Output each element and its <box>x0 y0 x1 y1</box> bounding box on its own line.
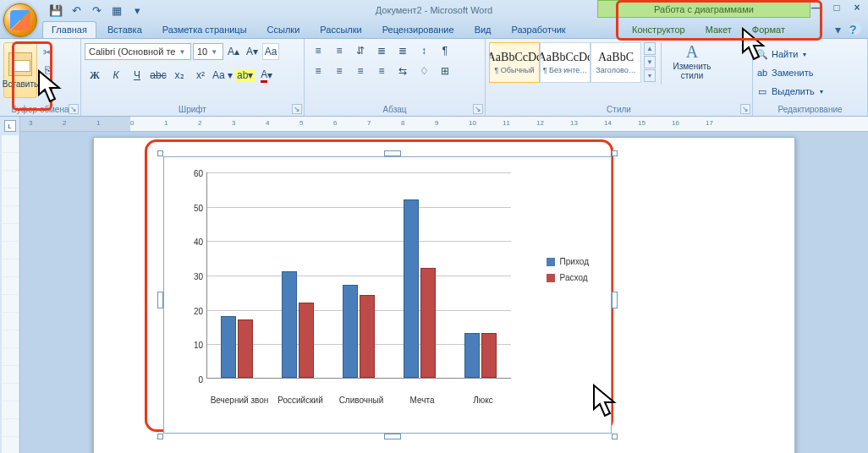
quick-access-toolbar: 💾 ↶ ↷ ▦ ▾ <box>44 0 149 20</box>
underline-button[interactable]: Ч <box>127 67 147 84</box>
paste-icon <box>8 52 32 76</box>
maximize-button[interactable]: □ <box>829 2 844 14</box>
bar-Приход-3[interactable] <box>404 199 419 378</box>
save-icon[interactable]: 💾 <box>49 3 63 17</box>
paragraph-btn-top-3[interactable]: ≣ <box>371 42 392 59</box>
bar-Приход-4[interactable] <box>464 333 480 378</box>
paragraph-btn-top-0[interactable]: ≡ <box>308 42 328 59</box>
tab-главная[interactable]: Главная <box>42 21 96 38</box>
ruler-tick: 9 <box>435 119 438 127</box>
font-family-combo[interactable]: Calibri (Основной те▼ <box>85 43 191 60</box>
qat-more-icon[interactable]: ▾ <box>130 3 144 17</box>
ribbon-minimize-icon[interactable]: ▾ <box>835 23 841 36</box>
context-tab-макет[interactable]: Макет <box>696 21 741 38</box>
bar-Расход-4[interactable] <box>481 333 497 378</box>
redo-icon[interactable]: ↷ <box>90 3 103 17</box>
find-icon: 🔍 <box>756 49 768 60</box>
page: Вечерний звонРоссийскийСливочныйМечтаЛюк… <box>93 137 795 453</box>
tab-рассылки[interactable]: Рассылки <box>310 21 371 38</box>
window-buttons: — □ × <box>809 2 865 14</box>
office-button[interactable] <box>3 3 37 37</box>
paragraph-btn-bottom-1[interactable]: ≡ <box>329 63 349 79</box>
highlight-button[interactable]: ab▾ <box>234 67 255 84</box>
paragraph-btn-bottom-5[interactable]: ♢ <box>414 63 434 79</box>
paragraph-btn-bottom-6[interactable]: ⊞ <box>435 63 455 79</box>
context-tab-формат[interactable]: Формат <box>743 21 794 38</box>
bar-Приход-0[interactable] <box>221 316 236 378</box>
paragraph-btn-bottom-3[interactable]: ≡ <box>371 63 392 79</box>
paragraph-dialog-launcher[interactable]: ↘ <box>473 104 483 114</box>
font-family-value: Calibri (Основной те <box>89 46 175 57</box>
replace-label: Заменить <box>772 68 813 78</box>
close-button[interactable]: × <box>849 2 865 14</box>
format-painter-button[interactable]: 🖌 <box>39 80 56 96</box>
help-icon[interactable]: ? <box>849 23 861 35</box>
paragraph-btn-top-2[interactable]: ⇵ <box>350 42 371 59</box>
paragraph-btn-top-1[interactable]: ≡ <box>329 42 349 59</box>
ruler-tick: 3 <box>29 119 32 127</box>
cut-button[interactable]: ✂ <box>39 45 56 60</box>
chart-object[interactable]: Вечерний звонРоссийскийСливочныйМечтаЛюк… <box>163 156 612 434</box>
bar-Приход-2[interactable] <box>343 285 358 378</box>
change-styles-button[interactable]: A Изменить стили <box>667 42 717 80</box>
font-color-button[interactable]: A ▾ <box>256 67 277 84</box>
ruler-origin-box[interactable]: L <box>4 120 16 132</box>
paragraph-btn-bottom-0[interactable]: ≡ <box>308 63 328 79</box>
tab-разработчик[interactable]: Разработчик <box>503 21 575 38</box>
ruler-tick: 14 <box>604 119 612 127</box>
paragraph-btn-top-4[interactable]: ≣ <box>393 42 413 59</box>
group-label-font: Шрифт <box>85 103 300 116</box>
style-tile-1[interactable]: AaBbCcDc¶ Без инте… <box>540 42 591 83</box>
vertical-ruler[interactable] <box>2 135 19 453</box>
tab-ссылки[interactable]: Ссылки <box>258 21 310 38</box>
tab-разметка страницы[interactable]: Разметка страницы <box>153 21 256 38</box>
bar-Расход-1[interactable] <box>299 303 314 378</box>
style-tile-2[interactable]: AaBbCЗаголово… <box>591 42 641 83</box>
superscript-button[interactable]: x² <box>190 67 211 84</box>
horizontal-ruler[interactable]: 32101234567891011121314151617 <box>20 117 868 132</box>
context-tab-конструктор[interactable]: Конструктор <box>623 21 695 38</box>
shrink-font-button[interactable]: A▾ <box>244 43 261 60</box>
select-button[interactable]: ▭Выделить▾ <box>756 83 823 100</box>
undo-icon[interactable]: ↶ <box>69 3 83 17</box>
ruler-tick: 2 <box>63 119 66 127</box>
case-button[interactable]: Aa ▾ <box>212 67 233 84</box>
paragraph-btn-bottom-4[interactable]: ⇆ <box>393 63 413 79</box>
strike-button[interactable]: abc <box>148 67 168 84</box>
replace-button[interactable]: abЗаменить <box>756 64 813 81</box>
paste-button[interactable]: Вставить <box>3 42 37 98</box>
grid-icon[interactable]: ▦ <box>110 3 124 17</box>
bar-Расход-3[interactable] <box>420 268 436 378</box>
grow-font-button[interactable]: A▴ <box>225 43 242 60</box>
clipboard-dialog-launcher[interactable]: ↘ <box>69 104 79 114</box>
y-tick-label: 30 <box>184 272 203 281</box>
left-strip: L <box>0 117 20 453</box>
tab-вставка[interactable]: Вставка <box>98 21 151 38</box>
document-area[interactable]: Вечерний звонРоссийскийСливочныйМечтаЛюк… <box>20 132 868 453</box>
subscript-button[interactable]: x₂ <box>169 67 190 84</box>
y-tick-label: 50 <box>184 204 203 213</box>
font-dialog-launcher[interactable]: ↘ <box>292 104 302 114</box>
italic-button[interactable]: К <box>106 67 126 84</box>
bar-Расход-0[interactable] <box>238 319 253 378</box>
find-button[interactable]: 🔍Найти▾ <box>756 46 806 63</box>
font-size-combo[interactable]: 10▼ <box>193 43 223 60</box>
styles-dialog-launcher[interactable]: ↘ <box>740 104 750 114</box>
style-tile-0[interactable]: AaBbCcDc¶ Обычный <box>489 42 540 83</box>
tab-вид[interactable]: Вид <box>465 21 501 38</box>
clear-formatting-button[interactable]: Aa <box>262 43 279 60</box>
bar-Приход-1[interactable] <box>282 271 297 378</box>
paragraph-btn-bottom-2[interactable]: ≡ <box>350 63 371 79</box>
ruler-tick: 1 <box>164 119 168 127</box>
copy-button[interactable]: ⎘ <box>39 63 56 78</box>
group-label-clipboard: Буфер обмена <box>3 103 77 116</box>
bar-Расход-2[interactable] <box>360 295 375 378</box>
style-gallery-scroll[interactable]: ▲▼▾ <box>644 42 656 82</box>
ruler-tick: 10 <box>469 119 476 127</box>
paragraph-btn-top-6[interactable]: ¶ <box>435 42 455 59</box>
minimize-button[interactable]: — <box>809 2 824 14</box>
paragraph-btn-top-5[interactable]: ↕ <box>414 42 434 59</box>
tab-рецензирование[interactable]: Рецензирование <box>373 21 464 38</box>
bold-button[interactable]: Ж <box>85 67 105 84</box>
group-styles: AaBbCcDc¶ ОбычныйAaBbCcDc¶ Без инте…AaBb… <box>486 39 753 116</box>
